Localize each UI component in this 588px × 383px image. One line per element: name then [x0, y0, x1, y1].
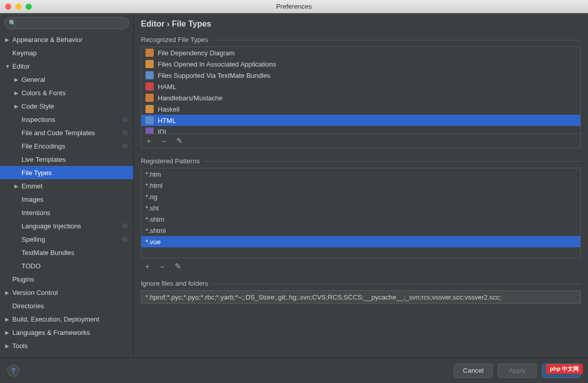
patterns-title: Registered Patterns: [141, 157, 581, 165]
sidebar-item[interactable]: Images: [0, 193, 133, 206]
sidebar-item[interactable]: ▶Emmet: [0, 179, 133, 193]
titlebar: Preferences: [0, 0, 588, 13]
sidebar-item[interactable]: Inspections: [0, 113, 133, 126]
pattern-row[interactable]: *.shtml: [141, 225, 580, 236]
add-filetype-button[interactable]: ＋: [144, 137, 153, 145]
pattern-row[interactable]: *.ng: [141, 191, 580, 202]
pattern-label: *.vue: [145, 238, 161, 246]
settings-tree[interactable]: ▶Appearance & BehaviorKeymap▼Editor▶Gene…: [0, 33, 133, 357]
file-type-row[interactable]: Haskell: [141, 103, 580, 115]
sidebar-item[interactable]: Directories: [0, 299, 133, 312]
expand-arrow-icon: ▶: [5, 316, 12, 322]
registered-patterns-list[interactable]: *.htm*.html*.ng*.sht*.shtm*.shtml*.vue: [141, 168, 581, 258]
pattern-label: *.shtml: [145, 227, 166, 235]
sidebar-item[interactable]: TODO: [0, 259, 133, 272]
file-type-row[interactable]: Files Supported Via TextMate Bundles: [141, 70, 580, 81]
file-type-label: Files Opened In Associated Applications: [158, 60, 276, 68]
window-title: Preferences: [0, 3, 588, 10]
edit-pattern-button[interactable]: ✎: [174, 262, 182, 270]
file-type-icon: [145, 94, 154, 102]
remove-pattern-button[interactable]: −: [158, 262, 166, 270]
footer: ? Cancel Apply OK: [0, 357, 588, 383]
sidebar-item-label: TODO: [22, 262, 40, 270]
file-type-icon: [145, 82, 154, 91]
sidebar-item-label: Editor: [12, 62, 30, 70]
svg-rect-5: [124, 145, 127, 148]
sidebar-item[interactable]: ▶Code Style: [0, 99, 133, 113]
sidebar-item[interactable]: ▶General: [0, 73, 133, 86]
remove-filetype-button[interactable]: −: [160, 137, 168, 145]
sidebar-item[interactable]: ▶Appearance & Behavior: [0, 33, 133, 46]
sidebar-item[interactable]: ▶Build, Execution, Deployment: [0, 312, 133, 326]
sidebar-item-label: General: [22, 76, 45, 83]
file-type-label: Handlebars/Mustache: [158, 94, 222, 102]
sidebar-item[interactable]: Spelling: [0, 232, 133, 246]
file-type-label: IDL: [158, 128, 168, 134]
sidebar-item-label: Colors & Fonts: [22, 89, 66, 97]
pattern-row[interactable]: *.html: [141, 180, 580, 191]
sidebar-item-label: Tools: [12, 342, 28, 350]
file-type-label: HTML: [158, 117, 176, 124]
svg-rect-4: [123, 144, 126, 147]
file-type-icon: [145, 49, 154, 57]
svg-rect-3: [124, 132, 127, 135]
sidebar-item[interactable]: ▶Languages & Frameworks: [0, 326, 133, 339]
file-type-row[interactable]: Files Opened In Associated Applications: [141, 58, 580, 70]
sidebar-item[interactable]: ▶Colors & Fonts: [0, 86, 133, 99]
sidebar-item[interactable]: File Encodings: [0, 139, 133, 153]
search-box[interactable]: 🔍: [4, 17, 129, 29]
file-type-label: HAML: [158, 83, 176, 91]
sidebar-item-label: File Types: [22, 169, 52, 177]
add-pattern-button[interactable]: ＋: [143, 262, 151, 270]
file-type-row[interactable]: HTML: [141, 115, 580, 126]
svg-rect-0: [123, 117, 126, 120]
cancel-button[interactable]: Cancel: [454, 364, 493, 378]
sidebar-item[interactable]: Keymap: [0, 46, 133, 59]
file-type-row[interactable]: HAML: [141, 81, 580, 92]
pattern-label: *.htm: [145, 171, 161, 178]
pattern-row[interactable]: *.sht: [141, 202, 580, 214]
help-button[interactable]: ?: [7, 365, 19, 377]
file-type-row[interactable]: IDL: [141, 126, 580, 134]
ignore-title: Ignore files and folders: [141, 280, 581, 287]
sidebar-item-label: Appearance & Behavior: [12, 36, 82, 44]
recognized-title: Recognized File Types: [141, 36, 581, 44]
main-panel: Editor › File Types Recognized File Type…: [134, 13, 588, 357]
scheme-icon: [122, 223, 128, 229]
file-type-icon: [145, 60, 154, 68]
svg-rect-8: [123, 237, 126, 240]
recognized-file-types-list[interactable]: File Dependency DiagramFiles Opened In A…: [141, 47, 581, 148]
sidebar-item[interactable]: ▶Tools: [0, 339, 133, 352]
sidebar-item[interactable]: Intentions: [0, 206, 133, 219]
sidebar-item[interactable]: Language Injections: [0, 219, 133, 232]
file-type-icon: [145, 127, 154, 134]
pattern-row[interactable]: *.shtm: [141, 214, 580, 225]
sidebar-item-label: Keymap: [12, 49, 37, 57]
ignore-files-input[interactable]: [141, 290, 581, 304]
sidebar-item[interactable]: TextMate Bundles: [0, 246, 133, 259]
search-input[interactable]: [18, 19, 124, 27]
sidebar-item[interactable]: File Types: [0, 166, 133, 179]
file-type-row[interactable]: File Dependency Diagram: [141, 47, 580, 58]
sidebar-item[interactable]: Plugins: [0, 272, 133, 286]
sidebar-item[interactable]: Live Templates: [0, 153, 133, 166]
apply-button[interactable]: Apply: [498, 364, 537, 378]
file-type-row[interactable]: Handlebars/Mustache: [141, 92, 580, 103]
sidebar: 🔍 ▶Appearance & BehaviorKeymap▼Editor▶Ge…: [0, 13, 134, 357]
sidebar-item-label: Inspections: [22, 116, 55, 123]
search-icon: 🔍: [9, 19, 16, 27]
expand-arrow-icon: ▶: [14, 183, 22, 189]
sidebar-item[interactable]: File and Code Templates: [0, 126, 133, 139]
svg-rect-9: [124, 238, 127, 241]
pattern-row[interactable]: *.vue: [141, 236, 580, 247]
expand-arrow-icon: ▼: [5, 63, 12, 69]
sidebar-item-label: File and Code Templates: [22, 129, 95, 137]
pattern-row[interactable]: *.htm: [141, 168, 580, 180]
svg-rect-2: [123, 131, 126, 134]
scheme-icon: [122, 116, 128, 122]
svg-rect-1: [124, 118, 127, 121]
edit-filetype-button[interactable]: ✎: [175, 137, 183, 145]
sidebar-item-label: TextMate Bundles: [22, 249, 74, 257]
sidebar-item[interactable]: ▶Version Control: [0, 286, 133, 299]
sidebar-item[interactable]: ▼Editor: [0, 59, 133, 73]
